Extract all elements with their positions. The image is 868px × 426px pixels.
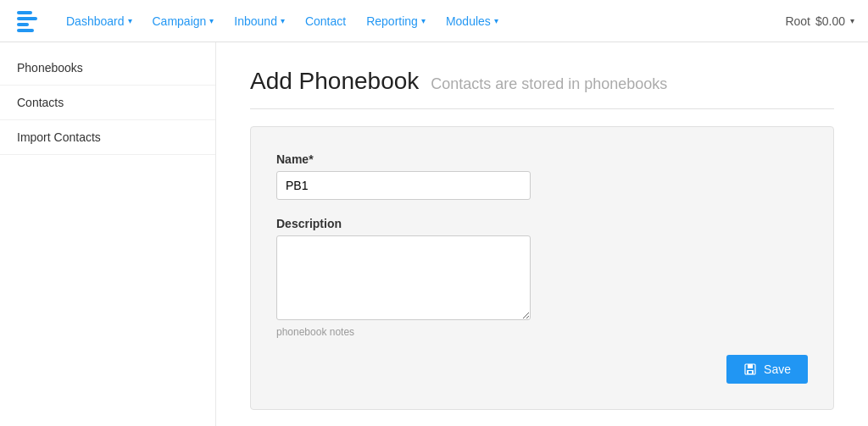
nav-inbound[interactable]: Inbound ▾ xyxy=(225,0,293,42)
svg-rect-7 xyxy=(748,371,752,373)
page-subtitle: Contacts are stored in phonebooks xyxy=(431,75,667,92)
nav-dashboard[interactable]: Dashboard ▾ xyxy=(58,0,141,42)
name-input[interactable] xyxy=(276,171,531,200)
user-menu[interactable]: Root $0.00 ▾ xyxy=(785,14,854,28)
svg-rect-5 xyxy=(748,364,753,368)
user-balance: $0.00 xyxy=(815,14,845,28)
sidebar-item-phonebooks[interactable]: Phonebooks xyxy=(0,51,215,86)
save-icon xyxy=(743,362,757,376)
reporting-chevron-icon: ▾ xyxy=(421,16,426,25)
main-content: Add Phonebook Contacts are stored in pho… xyxy=(216,42,868,426)
navbar: Dashboard ▾ Campaign ▾ Inbound ▾ Contact… xyxy=(0,0,868,42)
nav-modules[interactable]: Modules ▾ xyxy=(437,0,507,42)
sidebar: Phonebooks Contacts Import Contacts xyxy=(0,42,216,426)
user-menu-chevron-icon[interactable]: ▾ xyxy=(850,16,854,25)
modules-chevron-icon: ▾ xyxy=(494,16,498,25)
save-button[interactable]: Save xyxy=(726,355,808,384)
dashboard-chevron-icon: ▾ xyxy=(128,16,132,25)
description-hint: phonebook notes xyxy=(276,326,808,338)
nav-reporting[interactable]: Reporting ▾ xyxy=(358,0,434,42)
name-field-group: Name* xyxy=(276,152,808,200)
add-phonebook-form: Name* Description phonebook notes xyxy=(250,126,834,410)
description-field-group: Description phonebook notes xyxy=(276,217,808,338)
svg-rect-3 xyxy=(17,29,34,32)
page-title: Add Phonebook xyxy=(250,68,419,94)
form-actions: Save xyxy=(276,355,808,384)
sidebar-item-contacts[interactable]: Contacts xyxy=(0,86,215,120)
svg-rect-0 xyxy=(17,11,32,14)
user-name-label: Root xyxy=(785,14,810,28)
name-label: Name* xyxy=(276,152,808,166)
svg-rect-2 xyxy=(17,23,29,26)
page-layout: Phonebooks Contacts Import Contacts Add … xyxy=(0,42,868,426)
inbound-chevron-icon: ▾ xyxy=(281,16,285,25)
page-header: Add Phonebook Contacts are stored in pho… xyxy=(250,68,834,109)
app-logo[interactable] xyxy=(14,6,44,36)
description-textarea[interactable] xyxy=(276,235,531,320)
nav-campaign[interactable]: Campaign ▾ xyxy=(144,0,223,42)
sidebar-item-import-contacts[interactable]: Import Contacts xyxy=(0,120,215,155)
description-label: Description xyxy=(276,217,808,230)
campaign-chevron-icon: ▾ xyxy=(209,16,214,25)
nav-contact[interactable]: Contact xyxy=(297,0,354,42)
svg-rect-1 xyxy=(17,17,37,20)
